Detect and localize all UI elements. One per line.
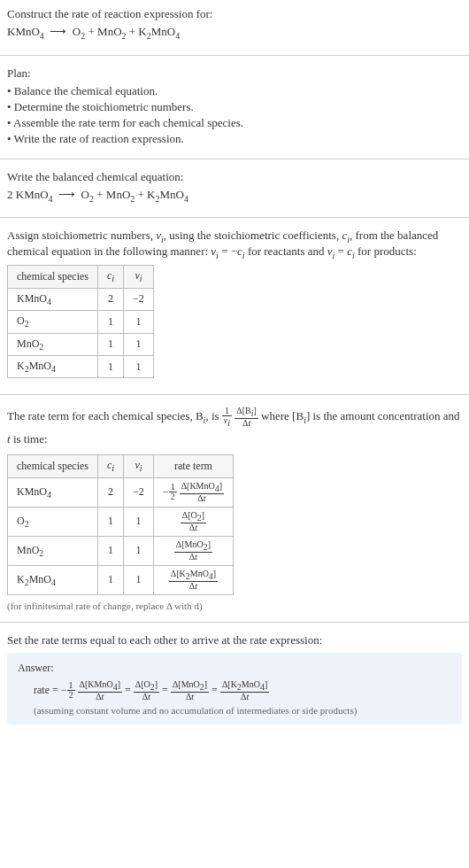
cell-species: O2 (8, 311, 98, 333)
cell-vi: 1 (124, 355, 154, 377)
cell-ci: 1 (97, 355, 123, 377)
col-ci: ci (97, 266, 123, 288)
table-header-row: chemical species ci νi (8, 266, 154, 288)
cell-ci: 1 (97, 565, 123, 594)
cell-ci: 1 (97, 311, 123, 333)
plan-title: Plan: (7, 66, 462, 81)
cell-vi: 1 (124, 311, 154, 333)
cell-species: O2 (8, 507, 98, 536)
assign-section: Assign stoichiometric numbers, νi, using… (0, 221, 469, 391)
cell-ci: 2 (97, 288, 123, 310)
plan-item: • Assemble the rate term for each chemic… (7, 116, 462, 130)
cell-ci: 1 (97, 333, 123, 355)
col-species: chemical species (8, 455, 98, 477)
cell-ci: 1 (97, 507, 123, 536)
answer-equation: rate = −12 Δ[KMnO4]Δt = Δ[O2]Δt = Δ[MnO2… (34, 680, 451, 701)
table-row: K2MnO4 1 1 (8, 355, 154, 377)
cell-species: K2MnO4 (8, 565, 98, 594)
plan-section: Plan: • Balance the chemical equation. •… (0, 59, 469, 155)
col-species: chemical species (8, 266, 98, 288)
answer-box: Answer: rate = −12 Δ[KMnO4]Δt = Δ[O2]Δt … (7, 653, 462, 725)
cell-vi: −2 (124, 477, 154, 507)
table-row: O2 1 1 Δ[O2]Δt (8, 507, 234, 536)
cell-vi: 1 (124, 536, 154, 565)
answer-note: (assuming constant volume and no accumul… (34, 705, 451, 716)
table-row: O2 1 1 (8, 311, 154, 333)
construct-equation: KMnO4 ⟶ O2 + MnO2 + K2MnO4 (7, 25, 462, 41)
stoich-table: chemical species ci νi KMnO4 2 −2 O2 1 1… (7, 265, 154, 378)
construct-section: Construct the rate of reaction expressio… (0, 0, 469, 51)
plan-item: • Balance the chemical equation. (7, 84, 462, 98)
table-row: KMnO4 2 −2 (8, 288, 154, 310)
cell-rate: Δ[K2MnO4]Δt (153, 565, 233, 594)
cell-species: K2MnO4 (8, 355, 98, 377)
table-row: MnO2 1 1 (8, 333, 154, 355)
col-vi: νi (124, 266, 154, 288)
cell-vi: 1 (124, 565, 154, 594)
cell-rate: −12 Δ[KMnO4]Δt (153, 477, 233, 507)
col-rate: rate term (153, 455, 233, 477)
cell-species: MnO2 (8, 536, 98, 565)
table-header-row: chemical species ci νi rate term (8, 455, 234, 477)
table-row: MnO2 1 1 Δ[MnO2]Δt (8, 536, 234, 565)
divider (0, 394, 469, 395)
rateterm-table: chemical species ci νi rate term KMnO4 2… (7, 454, 234, 594)
construct-title: Construct the rate of reaction expressio… (7, 7, 462, 21)
table-row: K2MnO4 1 1 Δ[K2MnO4]Δt (8, 565, 234, 594)
divider (0, 622, 469, 623)
cell-ci: 1 (97, 536, 123, 565)
balanced-section: Write the balanced chemical equation: 2 … (0, 163, 469, 214)
plan-list: • Balance the chemical equation. • Deter… (7, 84, 462, 146)
final-section: Set the rate terms equal to each other t… (0, 626, 469, 740)
cell-vi: 1 (124, 507, 154, 536)
answer-label: Answer: (18, 662, 451, 675)
divider (0, 217, 469, 218)
rateterm-note: (for infinitesimal rate of change, repla… (7, 601, 462, 611)
divider (0, 159, 469, 159)
rateterm-intro: The rate term for each chemical species,… (7, 406, 462, 449)
cell-rate: Δ[O2]Δt (153, 507, 233, 536)
table-row: KMnO4 2 −2 −12 Δ[KMnO4]Δt (8, 477, 234, 507)
cell-species: KMnO4 (8, 288, 98, 310)
cell-rate: Δ[MnO2]Δt (153, 536, 233, 565)
balanced-title: Write the balanced chemical equation: (7, 170, 462, 184)
cell-vi: 1 (124, 333, 154, 355)
col-ci: ci (97, 455, 123, 477)
cell-species: MnO2 (8, 333, 98, 355)
rateterm-section: The rate term for each chemical species,… (0, 399, 469, 617)
cell-ci: 2 (97, 477, 123, 507)
cell-vi: −2 (124, 288, 154, 310)
cell-species: KMnO4 (8, 477, 98, 507)
divider (0, 55, 469, 56)
final-text: Set the rate terms equal to each other t… (7, 633, 462, 647)
plan-item: • Determine the stoichiometric numbers. (7, 100, 462, 114)
col-vi: νi (124, 455, 154, 477)
plan-item: • Write the rate of reaction expression. (7, 132, 462, 146)
balanced-equation: 2 KMnO4 ⟶ O2 + MnO2 + K2MnO4 (7, 188, 462, 204)
assign-text: Assign stoichiometric numbers, νi, using… (7, 229, 462, 260)
